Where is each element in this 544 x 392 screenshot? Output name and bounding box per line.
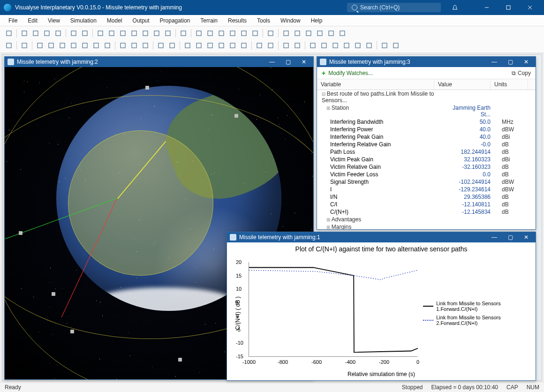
col-units[interactable]: Units <box>491 79 528 90</box>
watch-row[interactable]: Interfering Relative Gain-0.0dB <box>317 141 536 148</box>
toolbar-button[interactable] <box>216 28 227 38</box>
toolbar-button[interactable] <box>292 28 302 38</box>
watch-row[interactable]: Interfering Peak Gain40.0dBi <box>317 133 536 141</box>
toolbar-button[interactable] <box>19 40 30 51</box>
toolbar-button[interactable] <box>194 28 204 38</box>
toolbar-button[interactable] <box>68 28 79 38</box>
menu-file[interactable]: File <box>4 16 22 25</box>
menu-window[interactable]: Window <box>276 16 305 25</box>
toolbar-button[interactable] <box>239 40 249 51</box>
watch-row[interactable]: C/I-12.140811dB <box>317 201 536 208</box>
child-close-button[interactable]: ✕ <box>520 234 533 241</box>
maximize-button[interactable] <box>498 1 519 14</box>
child-minimize-button[interactable]: — <box>265 59 279 65</box>
toolbar-button[interactable] <box>30 28 41 38</box>
child-minimize-button[interactable]: — <box>488 59 501 65</box>
menu-tools[interactable]: Tools <box>252 16 275 25</box>
toolbar-button[interactable] <box>337 28 348 38</box>
toolbar-button[interactable] <box>205 28 215 38</box>
chart-plot-area[interactable]: -15-10-505101520-1000-800-600-400-2000 <box>249 262 417 357</box>
toolbar-button[interactable] <box>391 40 401 51</box>
search-box[interactable]: Search (Ctrl+Q) <box>347 3 441 12</box>
watch-row[interactable]: Interfering Bandwidth50.0MHz <box>317 118 536 126</box>
toolbar-button[interactable] <box>353 40 363 51</box>
toolbar-button[interactable] <box>308 40 318 51</box>
window-3d-titlebar[interactable]: Missile telemetry with jamming:2 — ▢ ✕ <box>5 57 313 67</box>
watch-row[interactable]: Signal Strength-102.244914dBW <box>317 178 536 186</box>
toolbar-button[interactable] <box>250 28 260 38</box>
child-close-button[interactable]: ✕ <box>520 59 533 65</box>
toolbar-button[interactable] <box>91 40 101 51</box>
watch-row[interactable]: Victim Relative Gain-32.160323dB <box>317 163 536 171</box>
menu-results[interactable]: Results <box>223 16 251 25</box>
toolbar-button[interactable] <box>182 40 193 51</box>
toolbar-button[interactable] <box>265 40 276 51</box>
toolbar-button[interactable] <box>156 40 166 51</box>
menu-view[interactable]: View <box>43 16 65 25</box>
toolbar-button[interactable] <box>265 28 276 38</box>
watch-row[interactable]: I-129.234614dBW <box>317 186 536 193</box>
toolbar-button[interactable] <box>4 28 14 38</box>
toolbar-button[interactable] <box>140 28 151 38</box>
toolbar-button[interactable] <box>163 28 173 38</box>
watch-row[interactable]: I/N29.365386dB <box>317 193 536 201</box>
toolbar-button[interactable] <box>364 40 374 51</box>
watch-row[interactable]: Victim Peak Gain32.160323dBi <box>317 156 536 163</box>
menu-output[interactable]: Output <box>128 16 154 25</box>
toolbar-button[interactable] <box>46 40 56 51</box>
child-maximize-button[interactable]: ▢ <box>281 59 295 65</box>
toolbar-button[interactable] <box>167 40 177 51</box>
menu-propagation[interactable]: Propagation <box>155 16 195 25</box>
toolbar-button[interactable] <box>151 28 162 38</box>
toolbar-button[interactable] <box>227 40 238 51</box>
toolbar-button[interactable] <box>254 40 264 51</box>
child-maximize-button[interactable]: ▢ <box>504 234 517 241</box>
minimize-button[interactable] <box>476 1 497 14</box>
toolbar-button[interactable] <box>178 28 189 38</box>
toolbar-button[interactable] <box>292 40 302 51</box>
watch-rows[interactable]: Best route of two paths.Link from Missil… <box>317 90 536 229</box>
watch-row[interactable]: Interfering Power40.0dBW <box>317 126 536 133</box>
toolbar-button[interactable] <box>216 40 227 51</box>
watch-row[interactable]: Margins <box>317 223 536 229</box>
toolbar-button[interactable] <box>118 40 128 51</box>
toolbar-button[interactable] <box>303 28 314 38</box>
toolbar-button[interactable] <box>194 40 204 51</box>
toolbar-button[interactable] <box>239 28 249 38</box>
watch-row[interactable]: Best route of two paths.Link from Missil… <box>317 90 536 104</box>
toolbar-button[interactable] <box>53 28 63 38</box>
watch-row[interactable]: C/(N+I)-12.145834dB <box>317 208 536 216</box>
watch-row[interactable]: Path Loss182.244914dB <box>317 148 536 156</box>
menu-terrain[interactable]: Terrain <box>196 16 222 25</box>
toolbar-button[interactable] <box>315 28 325 38</box>
copy-button[interactable]: ⧉ Copy <box>512 70 531 76</box>
window-chart-titlebar[interactable]: Missile telemetry with jamming:1 — ▢ ✕ <box>227 232 536 242</box>
menu-simulation[interactable]: Simulation <box>66 16 101 25</box>
toolbar-button[interactable] <box>129 28 139 38</box>
child-maximize-button[interactable]: ▢ <box>504 59 517 65</box>
toolbar-button[interactable] <box>205 40 215 51</box>
menu-help[interactable]: Help <box>306 16 327 25</box>
child-close-button[interactable]: ✕ <box>297 59 310 65</box>
toolbar-button[interactable] <box>57 40 68 51</box>
modify-watches-button[interactable]: + Modify Watches... <box>322 69 373 77</box>
toolbar-button[interactable] <box>102 40 113 51</box>
toolbar-button[interactable] <box>80 40 90 51</box>
watch-row[interactable]: Victim Feeder Loss0.0dB <box>317 171 536 178</box>
toolbar-button[interactable] <box>35 40 45 51</box>
toolbar-button[interactable] <box>281 40 291 51</box>
child-minimize-button[interactable]: — <box>488 234 501 241</box>
toolbar-button[interactable] <box>95 28 106 38</box>
toolbar-button[interactable] <box>118 28 128 38</box>
notifications-button[interactable] <box>445 1 465 14</box>
window-watch-titlebar[interactable]: Missile telemetry with jamming:3 — ▢ ✕ <box>317 57 536 67</box>
watch-row[interactable]: StationJamming Earth St... <box>317 104 536 118</box>
close-button[interactable] <box>520 1 540 14</box>
toolbar-button[interactable] <box>19 28 30 38</box>
toolbar-button[interactable] <box>68 40 79 51</box>
toolbar-button[interactable] <box>341 40 352 51</box>
toolbar-button[interactable] <box>326 28 336 38</box>
toolbar-button[interactable] <box>379 40 390 51</box>
toolbar-button[interactable] <box>129 40 139 51</box>
toolbar-button[interactable] <box>330 40 340 51</box>
